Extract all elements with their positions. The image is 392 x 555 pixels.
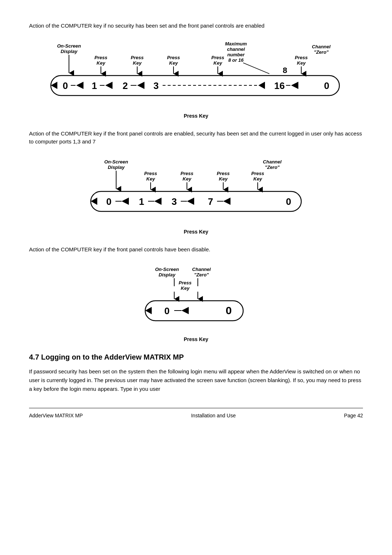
svg-marker-76: [223, 198, 230, 205]
svg-text:Press: Press: [217, 171, 229, 176]
footer-right: Page 42: [344, 413, 363, 418]
svg-text:On-Screen: On-Screen: [104, 159, 128, 165]
svg-text:0: 0: [324, 80, 329, 91]
svg-text:channel: channel: [227, 46, 245, 52]
intro-text-3: Action of the COMPUTER key if the front …: [29, 246, 363, 254]
svg-text:Key: Key: [169, 60, 178, 66]
svg-text:Press: Press: [251, 171, 264, 176]
svg-text:Key: Key: [297, 60, 306, 66]
svg-text:0: 0: [226, 304, 232, 316]
svg-text:Key: Key: [97, 60, 106, 66]
svg-marker-35: [137, 82, 144, 89]
section-title: 4.7 Logging on to the AdderView MATRIX M…: [29, 353, 363, 361]
diagram-1-press-key-label: Press Key: [184, 113, 208, 119]
svg-marker-73: [187, 198, 194, 205]
svg-text:0: 0: [63, 80, 68, 91]
svg-marker-64: [91, 198, 97, 205]
svg-text:0: 0: [106, 196, 111, 207]
svg-text:Display: Display: [61, 49, 78, 54]
footer-divider: [29, 408, 363, 408]
svg-text:Key: Key: [183, 176, 192, 182]
svg-text:"Zero": "Zero": [265, 165, 280, 170]
svg-marker-90: [145, 307, 152, 314]
svg-text:8 or 16: 8 or 16: [228, 57, 244, 63]
svg-text:Channel: Channel: [263, 159, 282, 165]
svg-text:Channel: Channel: [192, 267, 211, 272]
diagram-2-press-key-label: Press Key: [184, 229, 208, 235]
svg-text:Press: Press: [131, 55, 143, 60]
svg-text:number: number: [227, 52, 245, 57]
svg-marker-93: [181, 307, 189, 314]
body-text: If password security has been set on the…: [29, 367, 363, 393]
svg-marker-39: [258, 82, 265, 89]
svg-text:3: 3: [172, 196, 177, 207]
footer-center: Installation and Use: [191, 413, 236, 418]
svg-marker-29: [76, 82, 83, 89]
svg-marker-27: [51, 82, 57, 89]
svg-text:Press: Press: [94, 55, 107, 60]
svg-text:2: 2: [123, 80, 128, 91]
svg-text:On-Screen: On-Screen: [57, 43, 81, 49]
svg-text:0: 0: [286, 196, 291, 207]
svg-text:Press: Press: [179, 280, 191, 285]
svg-text:Key: Key: [133, 60, 142, 66]
svg-marker-70: [154, 198, 162, 205]
diagram-3: On-Screen Display Channel "Zero" Press K…: [29, 264, 363, 342]
footer: AdderView MATRIX MP Installation and Use…: [29, 413, 363, 418]
svg-text:16: 16: [274, 80, 285, 91]
svg-text:0: 0: [164, 305, 170, 316]
svg-text:8: 8: [283, 66, 287, 75]
diagram-2: On-Screen Display Press Key Press Key Pr…: [29, 157, 363, 235]
svg-text:"Zero": "Zero": [194, 272, 209, 278]
svg-text:On-Screen: On-Screen: [155, 267, 179, 272]
svg-marker-67: [122, 198, 129, 205]
svg-text:Display: Display: [108, 165, 125, 170]
svg-text:3: 3: [154, 80, 159, 91]
svg-text:7: 7: [208, 196, 213, 207]
svg-text:Press: Press: [211, 55, 224, 60]
intro-text-1: Action of the COMPUTER key if no securit…: [29, 22, 363, 30]
diagram-3-press-key-label: Press Key: [184, 336, 208, 342]
svg-text:Press: Press: [295, 55, 307, 60]
svg-text:Display: Display: [159, 272, 176, 278]
svg-line-16: [243, 63, 269, 74]
svg-text:1: 1: [139, 196, 144, 207]
svg-text:Key: Key: [213, 60, 222, 66]
svg-text:1: 1: [92, 80, 97, 91]
svg-text:Key: Key: [146, 176, 155, 182]
svg-marker-32: [105, 82, 113, 89]
svg-text:Press: Press: [144, 171, 157, 176]
diagram-1: On-Screen Display Press Key Press Key Pr…: [29, 41, 363, 119]
svg-text:Maximum: Maximum: [225, 41, 247, 46]
footer-left: AdderView MATRIX MP: [29, 413, 83, 418]
svg-text:Press: Press: [167, 55, 180, 60]
svg-text:Key: Key: [253, 176, 262, 182]
svg-marker-41: [291, 82, 298, 89]
svg-text:Key: Key: [219, 176, 228, 182]
svg-text:Channel: Channel: [312, 44, 331, 49]
intro-text-2: Action of the COMPUTER key if the front …: [29, 130, 363, 146]
svg-text:Key: Key: [181, 285, 190, 291]
svg-text:"Zero": "Zero": [314, 49, 329, 55]
svg-text:Press: Press: [180, 171, 193, 176]
